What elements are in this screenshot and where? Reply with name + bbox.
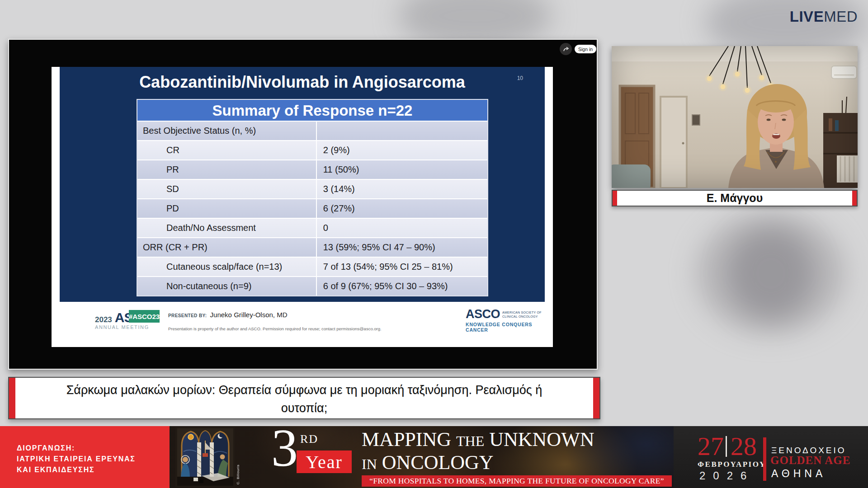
sign-in-button[interactable]: Sign in	[575, 45, 596, 53]
date-divider	[726, 436, 727, 457]
title-word: MAPPING	[362, 428, 451, 450]
society-line2: CLINICAL ONCOLOGY	[502, 314, 542, 319]
society-name: AMERICAN SOCIETY OF CLINICAL ONCOLOGY	[502, 308, 542, 319]
table-row: PR 11 (50%)	[137, 160, 487, 179]
slide-content-area: Cabozantinib/Nivolumab in Angiosarcoma 1…	[60, 67, 545, 302]
hashtag-badge: #ASCO23	[129, 310, 160, 323]
asco-tagline: KNOWLEDGE CONQUERS CANCER	[466, 322, 553, 333]
conference-title-line2: IN ONCOLOGY	[362, 452, 594, 475]
venue-city: ΑΘΗΝΑ	[771, 468, 826, 480]
webcam-scene	[612, 46, 858, 188]
asco-society-logo: ASCO AMERICAN SOCIETY OF CLINICAL ONCOLO…	[466, 308, 553, 333]
venue-divider	[763, 437, 766, 481]
screen: LIVEMED Sign in Cabozantinib/Nivolumab i…	[0, 0, 868, 488]
table-row: Non-cutaneous (n=9) 6 of 9 (67%; 95% CI …	[137, 276, 487, 296]
session-title-banner: Σάρκωμα μαλακών μορίων: Θεραπεία σύμφωνα…	[8, 377, 600, 419]
row-value: 0	[316, 219, 487, 237]
share-icon	[563, 46, 569, 52]
presented-by-label: PRESENTED BY:	[168, 313, 207, 318]
row-label: Best Objective Status (n, %)	[137, 122, 316, 140]
row-label: ORR (CR + PR)	[137, 238, 316, 257]
conference-tagline: “FROM HOSPITALS TO HOMES, MAPPING THE FU…	[362, 475, 672, 487]
row-value: 7 of 13 (54%; 95% CI 25 – 81%)	[316, 258, 487, 276]
row-label: SD	[137, 180, 316, 198]
event-day2: 28	[731, 433, 757, 460]
table-row: Death/No Assessment 0	[137, 218, 487, 237]
wall-frame	[692, 115, 700, 125]
response-table: Summary of Response n=22 Best Objective …	[137, 99, 488, 296]
presenter-name: Juneko Grilley-Olson, MD	[210, 311, 288, 319]
video-player[interactable]: Sign in Cabozantinib/Nivolumab in Angios…	[8, 39, 598, 370]
organizer-block: ΔΙΟΡΓΑΝΩΣΗ: ΙΑΤΡΙΚΗ ΕΤΑΙΡΕΙΑ ΕΡΕΥΝΑΣ ΚΑΙ…	[0, 426, 170, 488]
row-label: Death/No Assessment	[137, 219, 316, 237]
row-value: 6 (27%)	[316, 199, 487, 218]
artwork-image	[175, 427, 235, 487]
edition-year-label: Year	[297, 450, 352, 473]
accent-bar-left	[9, 378, 15, 418]
event-year: 2026	[699, 469, 754, 482]
table-title: Summary of Response n=22	[137, 100, 487, 121]
asco-year: 2023	[95, 315, 112, 324]
accent-bar-right	[593, 378, 599, 418]
room-radiator	[837, 155, 858, 183]
table-row: SD 3 (14%)	[137, 179, 487, 198]
speaker-webcam[interactable]	[612, 46, 858, 188]
row-value: 2 (9%)	[316, 141, 487, 160]
annual-meeting-label: ANNUAL MEETING	[95, 324, 152, 330]
edition-suffix: RD	[300, 432, 318, 446]
conference-title: MAPPING THE UNKNOWN IN ONCOLOGY	[362, 429, 594, 475]
title-word-small: THE	[456, 433, 484, 449]
share-button[interactable]	[560, 43, 572, 55]
row-label: CR	[137, 141, 316, 160]
couch	[612, 164, 651, 188]
accent-bar-left	[613, 191, 617, 206]
conference-artwork	[175, 427, 235, 487]
brand-logo: LIVEMED	[790, 8, 858, 25]
speaker-name: Ε. Μάγγου	[707, 192, 763, 205]
edition-number: 3	[271, 426, 298, 475]
slide-footer: 2023 ASCO ANNUAL MEETING #ASCO23 PRESENT…	[52, 302, 553, 347]
accent-bar-right	[852, 191, 857, 206]
asco-wordmark: ASCO	[466, 308, 500, 320]
event-month: ΦΕΒΡΟΥΑΡΙΟΥ	[698, 460, 766, 469]
row-value	[316, 122, 487, 140]
society-line1: AMERICAN SOCIETY OF	[502, 310, 542, 314]
slide-page-number: 10	[517, 75, 523, 81]
row-label: Cutaneous scalp/face (n=13)	[137, 258, 316, 276]
row-value: 11 (50%)	[316, 160, 487, 179]
session-title-line1: Σάρκωμα μαλακών μορίων: Θεραπεία σύμφωνα…	[9, 381, 599, 399]
row-value: 13 (59%; 95% CI 47 – 90%)	[316, 238, 487, 257]
organizer-name-line2: ΚΑΙ ΕΚΠΑΙΔΕΥΣΗΣ	[17, 466, 94, 474]
table-row: PD 6 (27%)	[137, 198, 487, 218]
row-label: PR	[137, 160, 316, 179]
row-label: PD	[137, 199, 316, 218]
venue-name: GOLDEN AGE	[770, 454, 850, 467]
brand-live: LIVE	[790, 8, 824, 25]
presentation-slide: Cabozantinib/Nivolumab in Angiosarcoma 1…	[52, 67, 553, 347]
brand-med: MED	[824, 8, 858, 25]
table-row: ORR (CR + PR) 13 (59%; 95% CI 47 – 90%)	[137, 237, 487, 257]
artwork-credit: C. Billouris	[236, 465, 240, 484]
conference-title-line1: MAPPING THE UNKNOWN	[362, 429, 594, 452]
table-row: CR 2 (9%)	[137, 140, 487, 160]
table-row: Cutaneous scalp/face (n=13) 7 of 13 (54%…	[137, 257, 487, 276]
background-texture	[728, 228, 814, 319]
title-word: UNKNOWN	[489, 428, 594, 450]
room-ac-unit	[831, 66, 857, 79]
row-value: 6 of 9 (67%; 95% CI 30 – 93%)	[316, 277, 487, 296]
table-body: Best Objective Status (n, %) CR 2 (9%) P…	[137, 121, 487, 296]
row-value: 3 (14%)	[316, 180, 487, 198]
event-day1: 27	[698, 433, 724, 460]
speaker-nameplate: Ε. Μάγγου	[612, 190, 858, 206]
room-second-door	[660, 97, 687, 188]
row-label: Non-cutaneous (n=9)	[137, 277, 316, 296]
permission-disclaimer: Presentation is property of the author a…	[168, 326, 382, 331]
table-row: Best Objective Status (n, %)	[137, 121, 487, 140]
title-word: ONCOLOGY	[382, 451, 494, 474]
conference-banner: ΔΙΟΡΓΑΝΩΣΗ: ΙΑΤΡΙΚΗ ΕΤΑΙΡΕΙΑ ΕΡΕΥΝΑΣ ΚΑΙ…	[0, 426, 868, 488]
organizer-name-line1: ΙΑΤΡΙΚΗ ΕΤΑΙΡΕΙΑ ΕΡΕΥΝΑΣ	[17, 455, 136, 463]
presenter-line: PRESENTED BY:Juneko Grilley-Olson, MD	[168, 311, 287, 319]
slide-title: Cabozantinib/Nivolumab in Angiosarcoma	[60, 73, 545, 92]
title-word-small: IN	[362, 456, 377, 472]
session-title-line2: ουτοπία;	[9, 399, 599, 417]
